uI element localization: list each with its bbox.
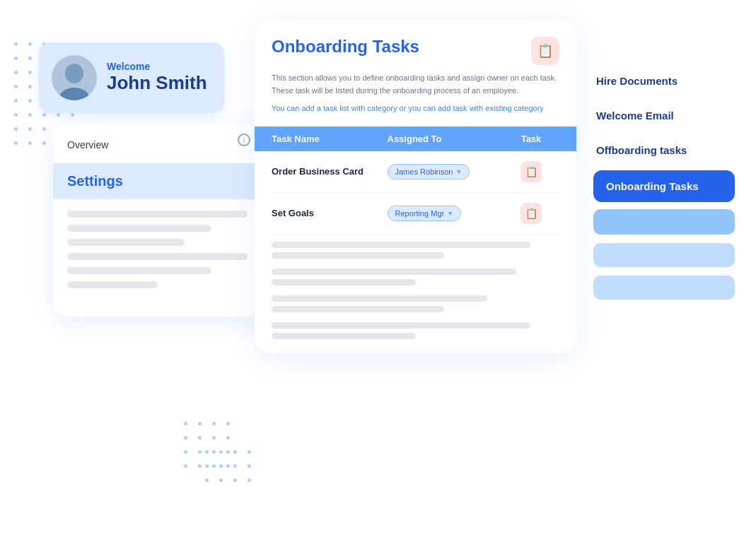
- line-5: [67, 267, 211, 274]
- col-task: Task: [503, 134, 559, 144]
- ph-line: [272, 306, 444, 312]
- badge-pill-1[interactable]: James Robinson ▼: [388, 164, 470, 179]
- main-card: Onboarding Tasks 📋 This section allows y…: [255, 20, 576, 353]
- line-2: [67, 225, 211, 232]
- task-name-2: Set Goals: [272, 208, 388, 218]
- ph-line: [272, 242, 530, 248]
- welcome-name: John Smith: [107, 72, 207, 94]
- task-action-btn-1[interactable]: 📋: [503, 161, 559, 182]
- ph-line: [272, 252, 444, 259]
- avatar: [52, 55, 97, 100]
- ph-line: [272, 322, 530, 329]
- main-card-link[interactable]: You can add a task list with category or…: [255, 102, 576, 126]
- ph-line: [272, 333, 416, 339]
- sidebar-item-welcome-email[interactable]: Welcome Email: [593, 98, 735, 133]
- ph-row-2: [272, 269, 559, 285]
- ph-row-1: [272, 242, 559, 259]
- sidebar-bar-3: [593, 276, 735, 300]
- onboarding-icon: 📋: [531, 37, 559, 65]
- settings-lines: [53, 199, 262, 300]
- welcome-card: Welcome John Smith: [39, 42, 224, 113]
- ph-line: [272, 269, 516, 275]
- line-4: [67, 253, 248, 260]
- welcome-label: Welcome: [107, 61, 207, 72]
- task-action-btn-2[interactable]: 📋: [503, 203, 559, 224]
- assignee-badge-1[interactable]: James Robinson ▼: [388, 164, 504, 179]
- ph-row-3: [272, 295, 559, 312]
- table-body: Order Business Card James Robinson ▼ 📋 S…: [255, 151, 576, 235]
- ph-line: [272, 295, 487, 302]
- col-task-name: Task Name: [272, 134, 388, 144]
- sidebar-item-hire-documents[interactable]: Hire Documents: [593, 64, 735, 98]
- line-3: [67, 239, 185, 246]
- main-card-title: Onboarding Tasks: [272, 37, 419, 57]
- sidebar-item-offboarding[interactable]: Offboarding tasks: [593, 133, 735, 167]
- svg-point-1: [59, 88, 90, 100]
- action-icon-1[interactable]: 📋: [521, 161, 542, 182]
- table-row: Set Goals Reporting Mgr ▼ 📋: [272, 193, 559, 235]
- ph-row-4: [272, 322, 559, 339]
- ph-line: [272, 279, 416, 285]
- table-header: Task Name Assigned To Task: [255, 126, 576, 151]
- welcome-text: Welcome John Smith: [107, 61, 207, 94]
- chevron-down-icon-2: ▼: [447, 210, 453, 217]
- sidebar-item-onboarding-tasks[interactable]: Onboarding Tasks: [593, 170, 735, 202]
- dot-grid-bottom-right: [205, 450, 255, 485]
- overview-label[interactable]: Overview: [53, 124, 262, 158]
- table-row: Order Business Card James Robinson ▼ 📋: [272, 151, 559, 193]
- action-icon-2[interactable]: 📋: [521, 203, 542, 224]
- main-card-header: Onboarding Tasks 📋: [255, 20, 576, 72]
- settings-label[interactable]: Settings: [53, 163, 262, 199]
- line-6: [67, 281, 158, 288]
- col-assigned-to: Assigned To: [388, 134, 504, 144]
- chevron-down-icon-1: ▼: [455, 168, 462, 175]
- placeholder-rows: [255, 235, 576, 353]
- left-panel: i Overview Settings: [53, 124, 262, 317]
- badge-pill-2[interactable]: Reporting Mgr ▼: [388, 206, 462, 221]
- main-card-description: This section allows you to define onboar…: [255, 72, 576, 102]
- sidebar-bar-1: [593, 209, 735, 235]
- assignee-badge-2[interactable]: Reporting Mgr ▼: [388, 206, 504, 221]
- right-sidebar: Hire Documents Welcome Email Offboarding…: [593, 64, 735, 304]
- badge-label-1: James Robinson: [395, 167, 453, 176]
- line-1: [67, 211, 248, 218]
- task-name-1: Order Business Card: [272, 166, 388, 177]
- sidebar-bar-2: [593, 243, 735, 267]
- info-icon: i: [238, 134, 250, 146]
- svg-point-0: [65, 64, 83, 83]
- badge-label-2: Reporting Mgr: [395, 209, 445, 218]
